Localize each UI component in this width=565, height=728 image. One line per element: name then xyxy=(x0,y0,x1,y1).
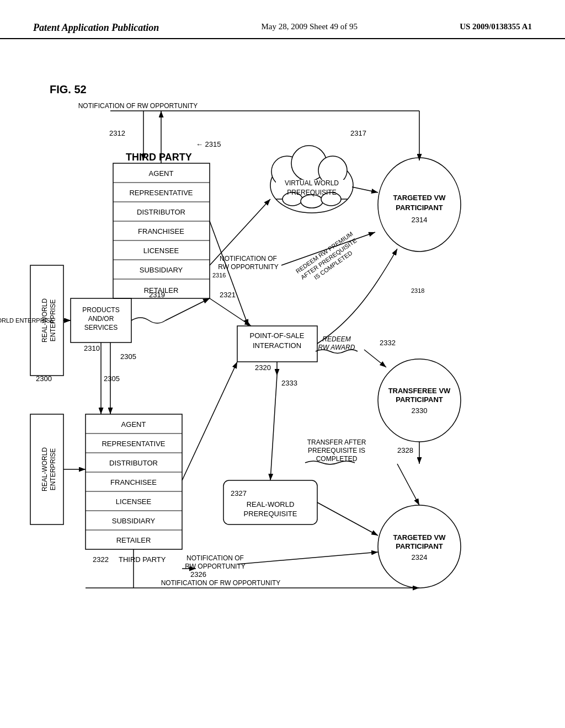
svg-text:2333: 2333 xyxy=(281,379,297,387)
svg-line-93 xyxy=(352,187,378,192)
svg-text:TRANSFER AFTER: TRANSFER AFTER xyxy=(307,438,366,446)
diagram-area: FIG. 52 NOTIFICATION OF RW OPPORTUNITY 2… xyxy=(0,50,565,723)
svg-text:2317: 2317 xyxy=(350,129,366,137)
svg-text:NOTIFICATION OF: NOTIFICATION OF xyxy=(220,255,277,263)
svg-text:NOTIFICATION OF RW OPPORTUNITY: NOTIFICATION OF RW OPPORTUNITY xyxy=(78,102,198,110)
svg-text:2316: 2316 xyxy=(212,272,226,279)
svg-text:SERVICES: SERVICES xyxy=(84,324,118,331)
svg-text:2320: 2320 xyxy=(255,363,271,372)
svg-text:DISTRIBUTOR: DISTRIBUTOR xyxy=(109,459,158,467)
svg-line-59 xyxy=(210,298,251,326)
svg-text:2300: 2300 xyxy=(36,374,52,383)
svg-text:ENTERPRISE: ENTERPRISE xyxy=(49,448,57,491)
svg-text:← 2315: ← 2315 xyxy=(196,140,221,148)
svg-text:2321: 2321 xyxy=(220,291,236,299)
svg-text:FRANCHISEE: FRANCHISEE xyxy=(138,227,184,235)
svg-point-30 xyxy=(301,195,323,208)
svg-text:SUBSIDIARY: SUBSIDIARY xyxy=(112,517,156,525)
svg-text:PARTICIPANT: PARTICIPANT xyxy=(396,542,443,550)
svg-text:TRANSFEREE VW: TRANSFEREE VW xyxy=(388,387,451,395)
svg-text:2322: 2322 xyxy=(93,555,109,564)
svg-text:AGENT: AGENT xyxy=(149,169,174,178)
svg-text:2328: 2328 xyxy=(397,446,413,454)
svg-text:TARGETED VW: TARGETED VW xyxy=(393,533,446,542)
svg-line-108 xyxy=(317,502,378,536)
svg-text:TARGETED VW: TARGETED VW xyxy=(393,194,446,202)
svg-line-110 xyxy=(397,464,419,505)
svg-text:REPRESENTATIVE: REPRESENTATIVE xyxy=(102,440,165,448)
svg-text:SUBSIDIARY: SUBSIDIARY xyxy=(140,266,183,274)
svg-text:INTERACTION: INTERACTION xyxy=(253,341,301,350)
svg-line-120 xyxy=(270,376,277,480)
svg-text:LICENSEE: LICENSEE xyxy=(143,247,179,255)
svg-text:AGENT: AGENT xyxy=(121,420,146,429)
svg-text:ENTERPRISE: ENTERPRISE xyxy=(49,299,57,342)
svg-text:PARTICIPANT: PARTICIPANT xyxy=(396,395,443,404)
svg-text:POINT-OF-SALE: POINT-OF-SALE xyxy=(250,331,305,340)
svg-text:RETAILER: RETAILER xyxy=(116,536,151,544)
sheet-info: May 28, 2009 Sheet 49 of 95 xyxy=(261,22,358,31)
svg-text:PREREQUISITE: PREREQUISITE xyxy=(244,510,297,518)
svg-text:2324: 2324 xyxy=(412,553,428,561)
svg-text:2318: 2318 xyxy=(411,287,424,294)
svg-text:2327: 2327 xyxy=(231,489,247,497)
svg-line-114 xyxy=(237,552,378,564)
svg-text:DISTRIBUTOR: DISTRIBUTOR xyxy=(137,208,185,216)
svg-text:2319: 2319 xyxy=(149,291,165,299)
svg-text:2314: 2314 xyxy=(412,216,428,224)
svg-text:VIRTUAL WORLD: VIRTUAL WORLD xyxy=(285,179,339,187)
svg-text:LICENSEE: LICENSEE xyxy=(116,497,152,506)
svg-text:PRODUCTS: PRODUCTS xyxy=(82,306,119,314)
patent-diagram: NOTIFICATION OF RW OPPORTUNITY 2312 ← 23… xyxy=(0,50,565,723)
svg-text:2326: 2326 xyxy=(190,570,206,579)
svg-text:2312: 2312 xyxy=(109,129,125,137)
svg-text:REAL-WORLD: REAL-WORLD xyxy=(247,500,295,508)
svg-text:AND/OR: AND/OR xyxy=(88,315,114,323)
svg-text:2330: 2330 xyxy=(412,406,428,415)
svg-text:REPRESENTATIVE: REPRESENTATIVE xyxy=(129,189,193,197)
svg-text:REAL-WORLD: REAL-WORLD xyxy=(41,447,49,491)
svg-text:PARTICIPANT: PARTICIPANT xyxy=(396,204,443,212)
svg-line-67 xyxy=(364,350,386,367)
svg-text:RW OPPORTUNITY: RW OPPORTUNITY xyxy=(185,563,246,570)
svg-text:PREREQUISITE: PREREQUISITE xyxy=(287,189,336,196)
svg-text:2332: 2332 xyxy=(380,339,396,347)
publication-title: Patent Application Publication xyxy=(33,22,159,34)
svg-text:PREREQUISITE IS: PREREQUISITE IS xyxy=(308,447,365,454)
page-header: Patent Application Publication May 28, 2… xyxy=(0,0,565,39)
svg-line-121 xyxy=(182,362,237,480)
svg-text:2310: 2310 xyxy=(84,344,100,352)
patent-number: US 2009/0138355 A1 xyxy=(460,22,532,31)
svg-text:NOTIFICATION OF RW OPPORTUNITY: NOTIFICATION OF RW OPPORTUNITY xyxy=(161,579,281,587)
svg-text:REAL-WORLD: REAL-WORLD xyxy=(41,298,49,342)
svg-text:2305: 2305 xyxy=(120,352,136,361)
svg-text:AFTER PREREQUISITE: AFTER PREREQUISITE xyxy=(300,237,358,281)
svg-text:FRANCHISEE: FRANCHISEE xyxy=(110,478,157,486)
svg-text:2305: 2305 xyxy=(104,374,120,383)
svg-text:REDEEM: REDEEM xyxy=(322,335,350,343)
svg-text:THIRD PARTY: THIRD PARTY xyxy=(126,152,192,163)
svg-text:NOTIFICATION OF: NOTIFICATION OF xyxy=(186,554,244,562)
svg-text:THIRD PARTY: THIRD PARTY xyxy=(119,555,166,564)
